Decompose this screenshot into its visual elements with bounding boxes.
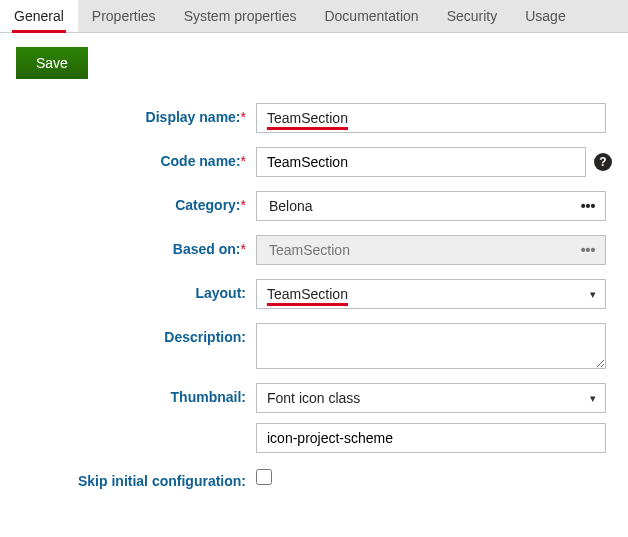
row-code-name: Code name:* ?	[16, 147, 612, 177]
form: Display name:* TeamSection Code name:* ?…	[0, 93, 628, 523]
label-thumbnail: Thumbnail:	[16, 383, 256, 405]
based-on-picker: TeamSection •••	[256, 235, 606, 265]
row-based-on: Based on:* TeamSection •••	[16, 235, 612, 265]
help-icon[interactable]: ?	[594, 153, 612, 171]
label-skip-initial: Skip initial configuration:	[16, 467, 256, 489]
thumbnail-type-select-wrap: Font icon class	[256, 383, 606, 413]
row-layout: Layout: TeamSection	[16, 279, 612, 309]
tab-bar: General Properties System properties Doc…	[0, 0, 628, 33]
row-thumbnail: Thumbnail: Font icon class	[16, 383, 612, 453]
category-value: Belona	[257, 192, 571, 220]
label-layout: Layout:	[16, 279, 256, 301]
layout-value: TeamSection	[267, 286, 348, 306]
category-picker: Belona •••	[256, 191, 606, 221]
label-category: Category:*	[16, 191, 256, 213]
label-display-name: Display name:*	[16, 103, 256, 125]
label-description: Description:	[16, 323, 256, 345]
description-textarea[interactable]	[256, 323, 606, 369]
row-display-name: Display name:* TeamSection	[16, 103, 612, 133]
based-on-picker-button[interactable]: •••	[571, 236, 605, 264]
skip-initial-checkbox[interactable]	[256, 469, 272, 485]
thumbnail-class-input[interactable]	[256, 423, 606, 453]
tab-properties[interactable]: Properties	[78, 0, 170, 32]
code-name-input[interactable]	[256, 147, 586, 177]
tab-general[interactable]: General	[0, 0, 78, 32]
tab-usage[interactable]: Usage	[511, 0, 579, 32]
more-icon: •••	[581, 198, 596, 214]
tab-documentation[interactable]: Documentation	[310, 0, 432, 32]
row-description: Description:	[16, 323, 612, 369]
row-category: Category:* Belona •••	[16, 191, 612, 221]
based-on-value: TeamSection	[257, 236, 571, 264]
toolbar: Save	[0, 33, 628, 93]
category-picker-button[interactable]: •••	[571, 192, 605, 220]
layout-select[interactable]: TeamSection	[256, 279, 606, 309]
row-skip-initial: Skip initial configuration:	[16, 467, 612, 489]
tab-system-properties[interactable]: System properties	[170, 0, 311, 32]
more-icon: •••	[581, 242, 596, 258]
label-code-name: Code name:*	[16, 147, 256, 169]
thumbnail-type-select[interactable]: Font icon class	[256, 383, 606, 413]
tab-security[interactable]: Security	[433, 0, 512, 32]
save-button[interactable]: Save	[16, 47, 88, 79]
label-based-on: Based on:*	[16, 235, 256, 257]
display-name-value[interactable]: TeamSection	[267, 110, 348, 130]
layout-select-wrap: TeamSection	[256, 279, 606, 309]
